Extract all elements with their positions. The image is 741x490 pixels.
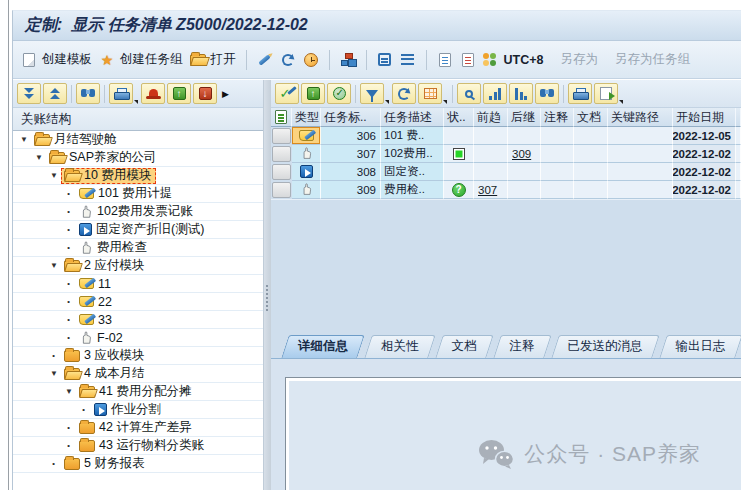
start-date-cell[interactable]: 2022-12-02 [673, 145, 736, 163]
column-header[interactable]: 类型 [292, 108, 321, 127]
successor-cell[interactable] [508, 127, 541, 145]
successor-cell[interactable] [508, 163, 541, 181]
tree-item-body[interactable]: 固定资产折旧(测试) [76, 222, 209, 238]
document-cell[interactable] [574, 145, 608, 163]
collapse-all-button[interactable] [17, 83, 41, 104]
tree-expander[interactable]: ▼ [17, 135, 31, 144]
tree-item[interactable]: ▼ 41 费用分配分摊 [13, 383, 263, 401]
focus-button[interactable] [141, 83, 165, 104]
tree-expander[interactable]: · [62, 240, 76, 255]
critical-path-cell[interactable] [608, 181, 673, 199]
column-header[interactable]: 开始日期 [673, 108, 736, 127]
hierarchy-button[interactable] [340, 52, 356, 68]
search-button[interactable] [535, 83, 559, 104]
tree-expander[interactable]: ▼ [47, 261, 61, 270]
tree-item[interactable]: · 11 [13, 275, 263, 293]
find-in-list-button[interactable] [457, 83, 481, 104]
tree-item[interactable]: · 42 计算生产差异 [13, 419, 263, 437]
document-cell[interactable] [574, 127, 608, 145]
list-view-button[interactable] [400, 52, 416, 68]
column-header[interactable]: 文档 [574, 108, 608, 127]
tab-2[interactable]: 相关性 [368, 335, 432, 358]
note-cell[interactable] [541, 127, 574, 145]
predecessor-cell[interactable] [474, 145, 508, 163]
task-type-cell[interactable] [292, 145, 321, 163]
start-date-cell[interactable]: 2022-12-02 [673, 163, 736, 181]
tree-expander[interactable]: · [62, 330, 76, 345]
tab-4[interactable]: 注释 [497, 335, 548, 358]
task-description-cell[interactable]: 固定资.. [381, 163, 444, 181]
tree-item[interactable]: ▼ 2 应付模块 [13, 257, 263, 275]
task-description-cell[interactable]: 101 费.. [381, 127, 444, 145]
column-header[interactable]: 任务描述 [381, 108, 444, 127]
task-type-cell[interactable] [292, 127, 321, 145]
tree-item[interactable]: · 102费用发票记账 [13, 203, 263, 221]
tree-item-body[interactable]: 10 费用模块 [61, 168, 156, 184]
create-template-button[interactable]: 创建模板 [21, 51, 92, 68]
dropdown-arrow-icon[interactable] [443, 100, 447, 104]
row-selector-button[interactable] [272, 128, 291, 144]
column-header[interactable]: 任务标.. [321, 108, 381, 127]
schedule-task-button[interactable] [327, 83, 351, 104]
start-date-cell[interactable]: 2022-12-05 [673, 127, 736, 145]
task-id-cell[interactable]: 307 [321, 145, 381, 163]
confirm-task-button[interactable]: ✓ [275, 83, 299, 104]
column-header[interactable]: 前趋 [474, 108, 508, 127]
predecessor-cell[interactable] [474, 163, 508, 181]
dropdown-arrow-icon[interactable] [619, 100, 623, 104]
tab-3[interactable]: 文档 [439, 335, 490, 358]
tree-item[interactable]: ▼ 月结驾驶舱 [13, 131, 263, 149]
task-status-cell[interactable] [444, 127, 474, 145]
tree-item[interactable]: · 作业分割 [13, 401, 263, 419]
display-change-button[interactable] [257, 52, 273, 68]
tab-5[interactable]: 已发送的消息 [555, 335, 656, 358]
predecessor-cell[interactable]: 307 [474, 181, 508, 199]
column-header[interactable]: 关键路径 [608, 108, 673, 127]
tree-item-body[interactable]: 5 财务报表 [61, 456, 149, 472]
save-as-button[interactable]: 另存为 [560, 51, 598, 68]
tree-expander[interactable]: · [47, 348, 61, 363]
document-cell[interactable] [574, 181, 608, 199]
tree-expander[interactable]: · [62, 420, 76, 435]
column-header[interactable]: 状.. [444, 108, 474, 127]
tree-item-body[interactable]: 43 运行物料分类账 [76, 438, 209, 454]
insert-node-button[interactable]: ↑ [167, 83, 191, 104]
task-status-cell[interactable]: ? [444, 181, 474, 199]
tree-expander[interactable]: ▼ [62, 387, 76, 396]
tree-expander[interactable]: · [47, 456, 61, 471]
select-all-button[interactable] [271, 108, 292, 127]
tree-expander[interactable]: · [62, 186, 76, 201]
critical-path-cell[interactable] [608, 127, 673, 145]
tree-expander[interactable]: · [62, 312, 76, 327]
critical-path-cell[interactable] [608, 145, 673, 163]
tree-expander[interactable]: · [77, 402, 91, 417]
predecessor-link[interactable]: 307 [474, 184, 497, 196]
tree-expander[interactable]: ▼ [47, 171, 61, 180]
save-as-task-group-button[interactable]: 另存为任务组 [615, 51, 690, 68]
predecessor-cell[interactable] [474, 127, 508, 145]
remove-node-button[interactable]: ↓ [193, 83, 217, 104]
row-selector-button[interactable] [272, 164, 291, 180]
successor-cell[interactable]: 309 [508, 145, 541, 163]
column-header[interactable]: 后继 [508, 108, 541, 127]
tree-item[interactable]: · F-02 [13, 329, 263, 347]
print-tree-button[interactable] [109, 83, 133, 104]
tree-expander[interactable]: · [62, 438, 76, 453]
print-list-button[interactable] [568, 83, 592, 104]
calendar-button[interactable] [377, 52, 393, 68]
release-task-button[interactable]: ↑ [301, 83, 325, 104]
task-status-cell[interactable] [444, 145, 474, 163]
tree-item[interactable]: · 费用检查 [13, 239, 263, 257]
task-description-cell[interactable]: 费用检.. [381, 181, 444, 199]
tree-item[interactable]: · 33 [13, 311, 263, 329]
tree-expander[interactable]: ▼ [47, 369, 61, 378]
open-button[interactable]: 打开 [190, 51, 236, 68]
tree-item-body[interactable]: F-02 [76, 330, 128, 346]
task-id-cell[interactable]: 308 [321, 163, 381, 181]
start-date-cell[interactable]: 2022-12-02 [673, 181, 736, 199]
filter-button[interactable] [360, 83, 384, 104]
expand-all-button[interactable] [43, 83, 67, 104]
panel-splitter[interactable] [264, 80, 271, 490]
task-id-cell[interactable]: 306 [321, 127, 381, 145]
note-cell[interactable] [541, 145, 574, 163]
